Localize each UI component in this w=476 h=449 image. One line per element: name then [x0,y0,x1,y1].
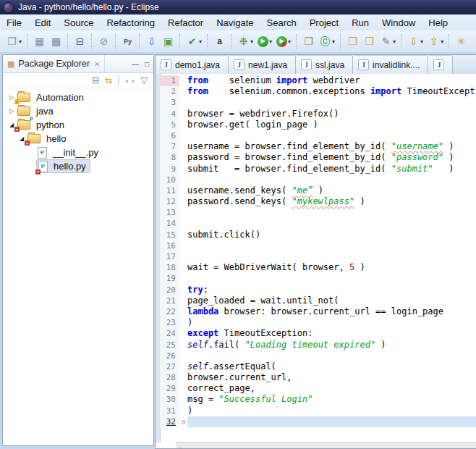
code-line-16[interactable]: 16 [160,240,476,251]
code-line-26[interactable]: 26 [160,351,476,361]
fold-collapse-icon[interactable]: ⊖ [179,416,187,427]
dropdown-arrow-icon[interactable]: ▾ [19,38,22,45]
minimize-icon[interactable]: — [132,60,139,68]
save-button[interactable]: ▦ [31,33,48,50]
close-icon[interactable]: ✕ [94,60,100,68]
menu-source[interactable]: Source [57,15,100,30]
android-button[interactable]: ▣ [160,33,177,50]
format-button[interactable]: ✎▾ [378,33,398,50]
run-button[interactable]: ▶▾ [255,33,274,50]
dropdown-arrow-icon[interactable]: ▾ [250,38,253,45]
new-wizard-button[interactable]: ❐▾ [4,33,24,50]
code-line-28[interactable]: 28browser.current_url, [160,372,476,383]
code-line-18[interactable]: 18wait = WebDriverWait( browser, 5 ) [160,262,476,273]
code-line-17[interactable]: 17 [160,251,476,262]
tree-item-hello-py[interactable]: P×hello.py [3,159,153,173]
code-line-13[interactable]: 13 [160,207,476,218]
code-line-6[interactable]: 6 [160,130,476,141]
code-line-31[interactable]: 31) [160,406,476,416]
code-line-19[interactable]: 19 [160,273,476,284]
code-line-7[interactable]: 7username = browser.find_element_by_id( … [160,141,476,152]
dropdown-arrow-icon[interactable]: ▾ [269,38,272,45]
code-line-23[interactable]: 23) [160,317,476,328]
tree-item-automation[interactable]: ▷!Automation [3,91,153,104]
dropdown-arrow-icon[interactable]: ▾ [441,38,443,45]
menu-refactoring[interactable]: Refactoring [101,15,161,30]
dropdown-arrow-icon[interactable]: ▾ [332,38,335,45]
menu-search[interactable]: Search [260,15,303,30]
code-line-3[interactable]: 3 [160,97,476,108]
new-script-button[interactable]: a [211,33,228,50]
tab-package-explorer[interactable]: ▦ Package Explorer ✕ [3,55,105,72]
code-line-5[interactable]: 5browser.get( login_page ) [160,119,476,130]
dropdown-arrow-icon[interactable]: ▾ [288,38,291,45]
editor-tab-invalidlink-[interactable]: Jinvalidlink.... [353,55,428,74]
title-bar: Java - python/hello/hello.py - Eclipse [0,0,476,14]
clipped-toolbar-button[interactable]: ✳ [453,33,469,50]
code-line-10[interactable]: 10 [160,175,476,185]
new-class-button[interactable]: Ⓒ▾ [317,33,337,50]
menu-window[interactable]: Window [375,15,422,30]
code-line-14[interactable]: 14 [160,218,476,229]
new-package-button[interactable]: ❒ [300,33,317,50]
dropdown-arrow-icon[interactable]: ▾ [420,38,423,45]
code-line-12[interactable]: 12password.send_keys( "mykewlpass" ) [160,196,476,207]
collapse-all-icon[interactable]: ⊟ [92,75,99,85]
code-line-25[interactable]: 25self.fail( "Loading timeout expired" ) [160,340,476,351]
code-line-9[interactable]: 9submit = browser.find_element_by_id( "s… [160,164,476,175]
editor-tab-clipped[interactable]: J [428,55,453,74]
horizontal-scrollbar[interactable]: ‸ [176,442,476,448]
menu-project[interactable]: Project [303,15,345,30]
tree-item-hello[interactable]: ◢×hello [3,132,153,146]
code-line-27[interactable]: 27self.assertEqual( [160,361,476,372]
code-line-2[interactable]: 2from selenium.common.exceptions import … [160,86,476,97]
code-line-1[interactable]: 1from selenium import webdriver [160,75,476,86]
menu-navigate[interactable]: Navigate [210,15,260,30]
link-with-editor-icon[interactable]: ⇆ [105,75,112,85]
menu-edit[interactable]: Edit [28,15,57,30]
tree-item-python[interactable]: ◢×Ppython [3,118,153,132]
code-line-30[interactable]: 30msg = "Successful Login" [160,394,476,405]
run-coverage-button[interactable]: ▶▾ [274,33,293,50]
dropdown-arrow-icon[interactable]: ▾ [393,38,396,45]
import-button[interactable]: ⇩▾ [405,33,425,50]
dropdown-arrow-icon[interactable]: ▾ [199,38,202,45]
code-line-20[interactable]: 20try: [160,285,476,295]
code-line-22[interactable]: 22lambda browser: browser.current_url ==… [160,306,476,317]
tree-item--init-py[interactable]: P__init__.py [3,146,153,159]
code-line-24[interactable]: 24except TimeoutException: [160,328,476,339]
menu-file[interactable]: File [0,15,28,30]
export-button[interactable]: ⇧▾ [425,33,446,50]
code-line-11[interactable]: 11username.send_keys( "me” ) [160,185,476,196]
code-line-21[interactable]: 21page_loaded = wait.until_not( [160,295,476,306]
maximize-icon[interactable]: □ [145,60,149,68]
python-button[interactable]: Py [119,33,136,50]
code-line-29[interactable]: 29correct_page, [160,383,476,394]
code-line-15[interactable]: 15submit.click() [160,230,476,240]
menu-refactor[interactable]: Refactor [161,15,210,30]
view-menu-icon[interactable]: ▽ [141,75,148,85]
code-editor[interactable]: 1from selenium import webdriver2from sel… [156,74,476,448]
checkbox-button[interactable]: ✔▾ [184,33,204,50]
menu-run[interactable]: Run [345,15,375,30]
package-explorer-toolbar: ⊟⇆● ●▽ [3,73,153,88]
save-all-button[interactable]: ▩ [48,33,64,50]
tree-item-content: !Automation [16,91,88,104]
debug-button[interactable]: ❉▾ [235,33,255,50]
no-edit-button[interactable]: ⊘ [95,33,112,50]
open-folder-button[interactable]: ❒ [361,33,378,50]
code-line-8[interactable]: 8password = browser.find_element_by_id( … [160,152,476,163]
code-line-4[interactable]: 4browser = webdriver.Firefox() [160,109,476,119]
console-button[interactable]: ⊟ [72,33,88,50]
code-line-32[interactable]: 32⊖ [160,416,476,427]
android-download-button[interactable]: ⇩ [143,33,160,50]
editor-tab-ssl-java[interactable]: Jssl.java [296,55,353,74]
editor-tab-demo1-java[interactable]: Jdemo1.java [156,55,229,74]
tree-item-java[interactable]: ▷java [3,104,153,118]
open-type-button[interactable]: ❒ [344,33,361,50]
menu-help[interactable]: Help [422,15,454,30]
collapsed-arrow-icon[interactable]: ▷ [7,108,16,114]
editor-tab-new1-java[interactable]: Jnew1.java [229,55,296,74]
view-menu-dots-icon[interactable]: ● ● [125,78,135,83]
toolbar-separator [67,34,69,49]
